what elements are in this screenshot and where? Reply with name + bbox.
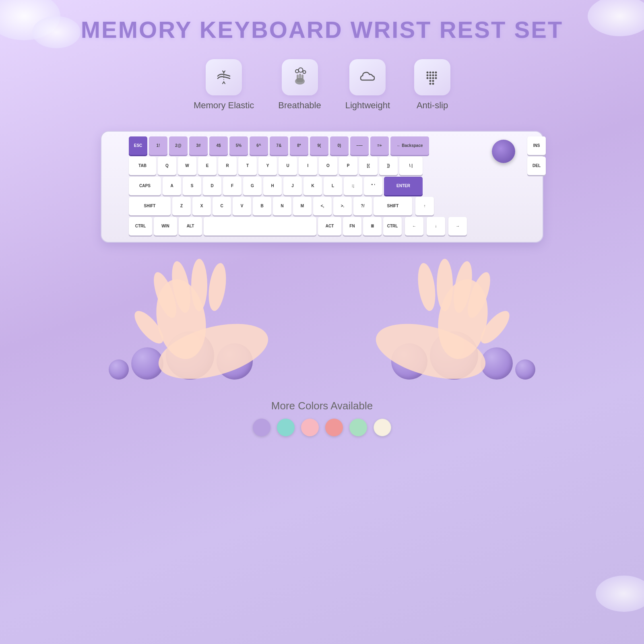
svg-point-20 [435, 77, 437, 79]
key-3[interactable]: 3# [189, 136, 208, 155]
key-semicolon[interactable]: :; [344, 177, 362, 195]
key-g[interactable]: G [243, 177, 262, 195]
key-comma[interactable]: <, [313, 197, 332, 215]
memory-elastic-label: Memory Elastic [194, 100, 254, 111]
key-lbracket[interactable]: [{ [359, 157, 378, 175]
key-m[interactable]: M [293, 197, 312, 215]
key-h[interactable]: H [263, 177, 282, 195]
key-y[interactable]: Y [258, 157, 277, 175]
breathable-label: Breathable [278, 100, 321, 111]
key-row-3: CAPS A S D F G H J K L :; " ' ENTER [129, 177, 515, 195]
key-b[interactable]: B [253, 197, 271, 215]
key-slash[interactable]: ?/ [353, 197, 372, 215]
key-j[interactable]: J [283, 177, 302, 195]
features-row: Memory Elastic Breathable [194, 59, 450, 111]
key-up[interactable]: ↑ [415, 197, 434, 215]
colors-label: More Colors Available [271, 400, 373, 412]
key-d[interactable]: D [203, 177, 221, 195]
key-space[interactable] [204, 217, 316, 235]
key-x[interactable]: X [192, 197, 211, 215]
key-tab[interactable]: TAB [129, 157, 156, 175]
main-visual: ESC 1! 2@ 3# 4$ 5% 6^ 7& 8* 9( 0) –— =+ … [101, 131, 543, 392]
anti-slip-label: Anti-slip [417, 100, 448, 111]
lightweight-icon [357, 67, 378, 87]
svg-point-37 [415, 262, 438, 312]
key-6[interactable]: 6^ [250, 136, 268, 155]
key-c[interactable]: C [213, 197, 231, 215]
memory-elastic-icon [214, 67, 234, 87]
keyboard-container: ESC 1! 2@ 3# 4$ 5% 6^ 7& 8* 9( 0) –— =+ … [129, 136, 515, 235]
color-dot-cream[interactable] [374, 419, 391, 436]
key-9[interactable]: 9( [310, 136, 328, 155]
key-z[interactable]: Z [172, 197, 191, 215]
key-p[interactable]: P [339, 157, 357, 175]
svg-point-19 [432, 77, 434, 79]
key-ctrl-right[interactable]: CTRL [383, 217, 402, 235]
key-o[interactable]: O [319, 157, 337, 175]
key-enter[interactable]: ENTER [384, 177, 423, 195]
key-minus[interactable]: –— [350, 136, 369, 155]
key-down[interactable]: ↓ [427, 217, 445, 235]
key-f[interactable]: F [223, 177, 242, 195]
key-i[interactable]: I [299, 157, 317, 175]
lightweight-icon-box [349, 59, 386, 95]
page-container: MEMORY KEYBOARD WRIST REST SET Memory El… [0, 0, 644, 644]
key-row-2: TAB Q W E R T Y U I O P [{ ]} \ | [129, 157, 515, 175]
key-0[interactable]: 0) [330, 136, 349, 155]
key-backslash[interactable]: \ | [399, 157, 423, 175]
key-s[interactable]: S [183, 177, 201, 195]
svg-point-21 [429, 80, 431, 82]
key-u[interactable]: U [279, 157, 297, 175]
svg-point-7 [298, 68, 303, 72]
key-equals[interactable]: =+ [370, 136, 389, 155]
key-1[interactable]: 1! [149, 136, 167, 155]
key-4[interactable]: 4$ [209, 136, 228, 155]
key-esc[interactable]: ESC [129, 136, 147, 155]
key-fn[interactable]: FN [343, 217, 361, 235]
key-ctrl[interactable]: CTRL [129, 217, 152, 235]
side-keys-container: INS DEL [527, 136, 546, 175]
key-t[interactable]: T [238, 157, 257, 175]
key-8[interactable]: 8* [290, 136, 308, 155]
key-ins[interactable]: INS [527, 136, 546, 155]
svg-point-11 [432, 72, 434, 74]
color-dot-mint[interactable] [349, 419, 367, 436]
key-win[interactable]: WIN [154, 217, 177, 235]
color-dot-teal[interactable] [277, 419, 295, 436]
svg-point-13 [427, 74, 429, 76]
keyboard-knob[interactable] [492, 140, 515, 163]
key-del[interactable]: DEL [527, 157, 546, 175]
key-l[interactable]: L [324, 177, 342, 195]
key-quote[interactable]: " ' [364, 177, 382, 195]
key-rbracket[interactable]: ]} [379, 157, 398, 175]
key-w[interactable]: W [178, 157, 196, 175]
key-a[interactable]: A [163, 177, 181, 195]
key-e[interactable]: E [198, 157, 217, 175]
svg-rect-4 [299, 74, 301, 79]
key-left[interactable]: ← [405, 217, 423, 235]
key-row-4: SHIFT Z X C V B N M <, >. ?/ SHIFT ↑ [129, 197, 515, 215]
svg-point-23 [429, 83, 431, 85]
color-dot-salmon[interactable] [325, 419, 343, 436]
key-n[interactable]: N [273, 197, 291, 215]
color-dot-purple[interactable] [253, 419, 270, 436]
key-right[interactable]: → [448, 217, 467, 235]
key-caps[interactable]: CAPS [129, 177, 161, 195]
key-period[interactable]: >. [333, 197, 352, 215]
color-dot-light-pink[interactable] [301, 419, 319, 436]
key-menu[interactable]: ≣ [363, 217, 382, 235]
key-7[interactable]: 7& [270, 136, 288, 155]
key-shift-left[interactable]: SHIFT [129, 197, 171, 215]
key-act[interactable]: ACT [318, 217, 341, 235]
key-r[interactable]: R [218, 157, 237, 175]
key-5[interactable]: 5% [229, 136, 248, 155]
key-2[interactable]: 2@ [169, 136, 188, 155]
key-v[interactable]: V [233, 197, 251, 215]
key-backspace[interactable]: ← Backspace [390, 136, 429, 155]
key-k[interactable]: K [303, 177, 322, 195]
key-q[interactable]: Q [158, 157, 176, 175]
svg-point-22 [432, 80, 434, 82]
key-alt-left[interactable]: ALT [179, 217, 202, 235]
hands-svg [101, 239, 543, 392]
key-shift-right[interactable]: SHIFT [374, 197, 412, 215]
